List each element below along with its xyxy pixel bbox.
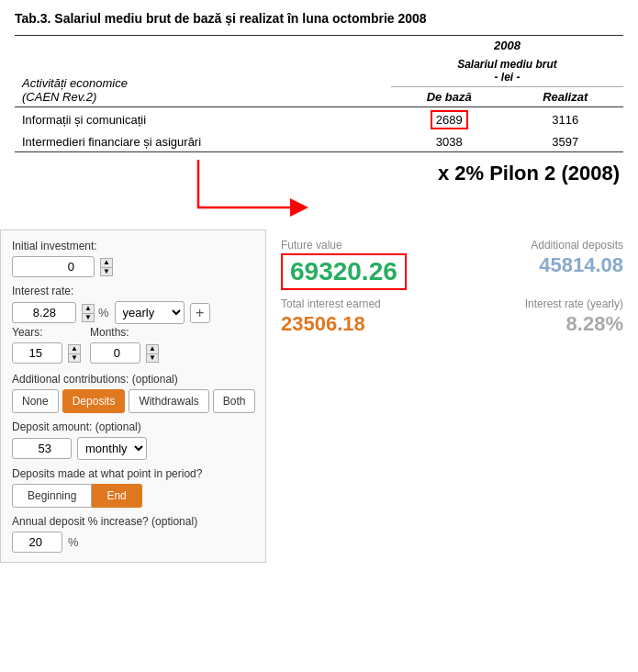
row1-col1: 2689 xyxy=(391,107,508,133)
future-value-number: 69320.26 xyxy=(281,253,407,290)
result-row-2: Total interest earned 23506.18 Interest … xyxy=(281,297,623,336)
spin-up-years[interactable]: ▲ xyxy=(68,344,81,353)
right-panel: Future value 69320.26 Additional deposit… xyxy=(266,230,638,563)
plus-button[interactable]: + xyxy=(190,303,210,323)
interest-earned-block: Total interest earned 23506.18 xyxy=(281,297,381,336)
future-value-label: Future value xyxy=(281,239,407,252)
period-label: Deposits made at what point in period? xyxy=(12,467,254,480)
months-spinner[interactable]: ▲ ▼ xyxy=(146,344,159,363)
bottom-section: Initial investment: ▲ ▼ Interest rate: ▲… xyxy=(0,230,638,563)
col2-header: Realizat xyxy=(507,87,623,107)
row2-col1: 3038 xyxy=(391,132,508,152)
future-value-block: Future value 69320.26 xyxy=(281,239,407,290)
annual-increase-input[interactable] xyxy=(12,532,62,553)
annual-increase-label: Annual deposit % increase? (optional) xyxy=(12,515,254,528)
col1-header: De bază xyxy=(391,87,508,107)
data-table: Activități economice (CAEN Rev.2) 2008 S… xyxy=(15,35,623,152)
initial-investment-spinner[interactable]: ▲ ▼ xyxy=(100,258,113,276)
additional-deposits-label: Additional deposits xyxy=(531,239,623,252)
additional-deposits-block: Additional deposits 45814.08 xyxy=(531,239,623,277)
interest-earned-label: Total interest earned xyxy=(281,297,381,310)
interest-rate-result-block: Interest rate (yearly) 8.28% xyxy=(525,297,623,336)
spin-down-months[interactable]: ▼ xyxy=(146,353,159,363)
row2-label: Intermedieri financiare și asigurări xyxy=(15,132,391,152)
spin-up-rate[interactable]: ▲ xyxy=(82,304,95,313)
btn-deposits[interactable]: Deposits xyxy=(62,389,126,413)
contrib-buttons: None Deposits Withdrawals Both xyxy=(12,389,254,413)
contributions-label: Additional contributions: (optional) xyxy=(12,373,254,386)
additional-deposits-number: 45814.08 xyxy=(531,253,623,277)
row1-label: Informații și comunicații xyxy=(15,107,391,133)
year-header: 2008 xyxy=(391,36,623,56)
initial-investment-label: Initial investment: xyxy=(12,240,254,252)
interest-rate-period-select[interactable]: yearly monthly xyxy=(115,301,185,324)
btn-beginning[interactable]: Beginning xyxy=(12,484,92,508)
spin-down-years[interactable]: ▼ xyxy=(68,353,81,363)
spin-up-months[interactable]: ▲ xyxy=(146,344,159,353)
col-group-header: Salariul mediu brut - lei - xyxy=(391,55,623,87)
btn-both[interactable]: Both xyxy=(213,389,256,413)
result-row-1: Future value 69320.26 Additional deposit… xyxy=(281,239,623,290)
interest-rate-spinner[interactable]: ▲ ▼ xyxy=(82,304,95,322)
percent-suffix: % xyxy=(98,306,109,319)
left-panel: Initial investment: ▲ ▼ Interest rate: ▲… xyxy=(0,230,266,563)
months-input[interactable] xyxy=(90,342,140,364)
interest-earned-number: 23506.18 xyxy=(281,312,381,336)
interest-rate-result-number: 8.28% xyxy=(525,312,623,336)
deposit-amount-label: Deposit amount: (optional) xyxy=(12,420,254,433)
interest-rate-result-label: Interest rate (yearly) xyxy=(525,297,623,310)
table-title: Tab.3. Salariul mediu brut de bază și re… xyxy=(15,11,623,26)
period-buttons: Beginning End xyxy=(12,484,254,508)
btn-withdrawals[interactable]: Withdrawals xyxy=(129,389,208,413)
deposit-frequency-select[interactable]: monthly yearly xyxy=(77,437,147,460)
years-spinner[interactable]: ▲ ▼ xyxy=(68,344,81,363)
years-label: Years: xyxy=(12,326,81,339)
years-input[interactable] xyxy=(12,342,62,364)
header-left2: (CAEN Rev.2) xyxy=(22,90,96,104)
annotation-section: x 2% Pilon 2 (2008) xyxy=(15,152,638,226)
spin-down[interactable]: ▼ xyxy=(100,267,113,276)
btn-none[interactable]: None xyxy=(12,389,59,413)
spin-down-rate[interactable]: ▼ xyxy=(82,313,95,322)
row1-col2: 3116 xyxy=(507,107,623,133)
initial-investment-input[interactable] xyxy=(12,256,95,277)
arrow-svg xyxy=(15,152,400,226)
btn-end[interactable]: End xyxy=(92,484,141,508)
deposit-amount-input[interactable] xyxy=(12,438,72,459)
interest-rate-label: Interest rate: xyxy=(12,285,254,297)
interest-rate-input[interactable] xyxy=(12,302,76,323)
header-left1: Activități economice xyxy=(22,76,128,90)
annual-increase-suffix: % xyxy=(68,535,79,549)
highlighted-value: 2689 xyxy=(431,110,468,129)
months-label: Months: xyxy=(90,326,159,339)
spin-up[interactable]: ▲ xyxy=(100,258,113,267)
row2-col2: 3597 xyxy=(507,132,623,152)
annotation-text: x 2% Pilon 2 (2008) xyxy=(438,162,620,185)
